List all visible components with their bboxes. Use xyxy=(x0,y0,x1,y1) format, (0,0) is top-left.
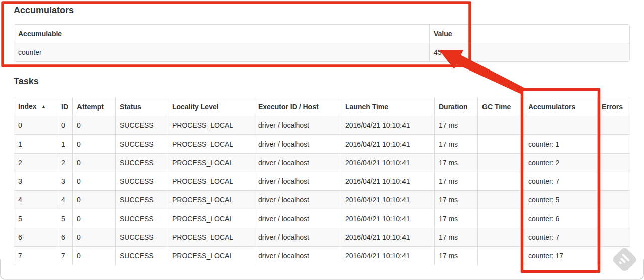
task-gc-time-cell xyxy=(477,190,524,209)
task-attempt-cell: 0 xyxy=(72,209,115,228)
task-status-cell: SUCCESS xyxy=(115,134,168,153)
value-column-header: Value xyxy=(429,25,630,43)
task-errors-cell xyxy=(597,228,630,246)
task-index-cell: 7 xyxy=(14,246,57,265)
task-index-cell: 2 xyxy=(14,153,57,172)
task-status-cell: SUCCESS xyxy=(115,209,168,228)
task-errors-cell xyxy=(597,190,630,209)
task-gc-time-cell xyxy=(477,246,524,265)
tasks-table: Index▲ ID Attempt Status Locality Level … xyxy=(14,97,630,265)
task-attempt-cell: 0 xyxy=(72,246,115,265)
task-executor-host-cell: driver / localhost xyxy=(254,134,341,153)
column-header-executor-id-host[interactable]: Executor ID / Host xyxy=(254,97,341,116)
column-header-errors[interactable]: Errors xyxy=(597,97,630,116)
sort-ascending-icon: ▲ xyxy=(41,104,46,109)
task-row: 0 0 0 SUCCESS PROCESS_LOCAL driver / loc… xyxy=(14,116,630,134)
task-accumulators-cell: counter: 7 xyxy=(524,172,597,190)
task-launch-time-cell: 2016/04/21 10:10:41 xyxy=(341,246,434,265)
task-executor-host-cell: driver / localhost xyxy=(254,209,341,228)
task-gc-time-cell xyxy=(477,209,524,228)
task-row: 5 5 0 SUCCESS PROCESS_LOCAL driver / loc… xyxy=(14,209,630,228)
task-duration-cell: 17 ms xyxy=(434,209,477,228)
task-errors-cell xyxy=(597,209,630,228)
task-attempt-cell: 0 xyxy=(72,134,115,153)
task-index-cell: 3 xyxy=(14,172,57,190)
task-executor-host-cell: driver / localhost xyxy=(254,153,341,172)
task-launch-time-cell: 2016/04/21 10:10:41 xyxy=(341,209,434,228)
column-header-id[interactable]: ID xyxy=(57,97,72,116)
task-gc-time-cell xyxy=(477,153,524,172)
task-row: 3 3 0 SUCCESS PROCESS_LOCAL driver / loc… xyxy=(14,172,630,190)
tasks-table-body: 0 0 0 SUCCESS PROCESS_LOCAL driver / loc… xyxy=(14,116,630,265)
task-launch-time-cell: 2016/04/21 10:10:41 xyxy=(341,116,434,134)
task-duration-cell: 17 ms xyxy=(434,116,477,134)
task-executor-host-cell: driver / localhost xyxy=(254,228,341,246)
task-errors-cell xyxy=(597,116,630,134)
task-launch-time-cell: 2016/04/21 10:10:41 xyxy=(341,228,434,246)
task-attempt-cell: 0 xyxy=(72,190,115,209)
task-launch-time-cell: 2016/04/21 10:10:41 xyxy=(341,172,434,190)
task-id-cell: 2 xyxy=(57,153,72,172)
task-accumulators-cell: counter: 2 xyxy=(524,153,597,172)
column-header-status[interactable]: Status xyxy=(115,97,168,116)
task-duration-cell: 17 ms xyxy=(434,153,477,172)
task-locality-level-cell: PROCESS_LOCAL xyxy=(168,246,254,265)
task-attempt-cell: 0 xyxy=(72,153,115,172)
task-attempt-cell: 0 xyxy=(72,116,115,134)
column-header-index-label: Index xyxy=(18,102,37,110)
task-locality-level-cell: PROCESS_LOCAL xyxy=(168,209,254,228)
task-errors-cell xyxy=(597,134,630,153)
accumulators-section-heading: Accumulators xyxy=(14,5,74,16)
tasks-header-row: Index▲ ID Attempt Status Locality Level … xyxy=(14,97,630,116)
task-executor-host-cell: driver / localhost xyxy=(254,190,341,209)
column-header-accumulators[interactable]: Accumulators xyxy=(524,97,597,116)
accumulable-name-cell: counter xyxy=(14,43,429,61)
task-status-cell: SUCCESS xyxy=(115,172,168,190)
column-header-launch-time[interactable]: Launch Time xyxy=(341,97,434,116)
task-locality-level-cell: PROCESS_LOCAL xyxy=(168,172,254,190)
task-gc-time-cell xyxy=(477,134,524,153)
column-header-duration[interactable]: Duration xyxy=(434,97,477,116)
task-index-cell: 0 xyxy=(14,116,57,134)
tasks-section-heading: Tasks xyxy=(14,76,39,87)
task-executor-host-cell: driver / localhost xyxy=(254,172,341,190)
accumulable-column-header: Accumulable xyxy=(14,25,429,43)
accumulable-value-cell: 45 xyxy=(429,43,630,61)
column-header-locality-level[interactable]: Locality Level xyxy=(168,97,254,116)
task-id-cell: 1 xyxy=(57,134,72,153)
task-attempt-cell: 0 xyxy=(72,172,115,190)
column-header-attempt[interactable]: Attempt xyxy=(72,97,115,116)
task-locality-level-cell: PROCESS_LOCAL xyxy=(168,134,254,153)
task-status-cell: SUCCESS xyxy=(115,116,168,134)
task-gc-time-cell xyxy=(477,116,524,134)
task-launch-time-cell: 2016/04/21 10:10:41 xyxy=(341,134,434,153)
accumulator-row: counter 45 xyxy=(14,43,630,61)
task-accumulators-cell: counter: 17 xyxy=(524,246,597,265)
task-duration-cell: 17 ms xyxy=(434,228,477,246)
task-id-cell: 5 xyxy=(57,209,72,228)
task-accumulators-cell xyxy=(524,116,597,134)
task-id-cell: 0 xyxy=(57,116,72,134)
task-index-cell: 6 xyxy=(14,228,57,246)
task-status-cell: SUCCESS xyxy=(115,153,168,172)
task-row: 4 4 0 SUCCESS PROCESS_LOCAL driver / loc… xyxy=(14,190,630,209)
task-launch-time-cell: 2016/04/21 10:10:41 xyxy=(341,190,434,209)
task-status-cell: SUCCESS xyxy=(115,228,168,246)
task-accumulators-cell: counter: 5 xyxy=(524,190,597,209)
column-header-gc-time[interactable]: GC Time xyxy=(477,97,524,116)
task-row: 1 1 0 SUCCESS PROCESS_LOCAL driver / loc… xyxy=(14,134,630,153)
task-accumulators-cell: counter: 1 xyxy=(524,134,597,153)
task-errors-cell xyxy=(597,153,630,172)
task-status-cell: SUCCESS xyxy=(115,190,168,209)
task-id-cell: 4 xyxy=(57,190,72,209)
task-index-cell: 4 xyxy=(14,190,57,209)
task-launch-time-cell: 2016/04/21 10:10:41 xyxy=(341,153,434,172)
task-row: 6 6 0 SUCCESS PROCESS_LOCAL driver / loc… xyxy=(14,228,630,246)
task-errors-cell xyxy=(597,172,630,190)
task-executor-host-cell: driver / localhost xyxy=(254,246,341,265)
task-row: 2 2 0 SUCCESS PROCESS_LOCAL driver / loc… xyxy=(14,153,630,172)
task-id-cell: 6 xyxy=(57,228,72,246)
task-duration-cell: 17 ms xyxy=(434,134,477,153)
task-locality-level-cell: PROCESS_LOCAL xyxy=(168,116,254,134)
column-header-index[interactable]: Index▲ xyxy=(14,97,57,116)
